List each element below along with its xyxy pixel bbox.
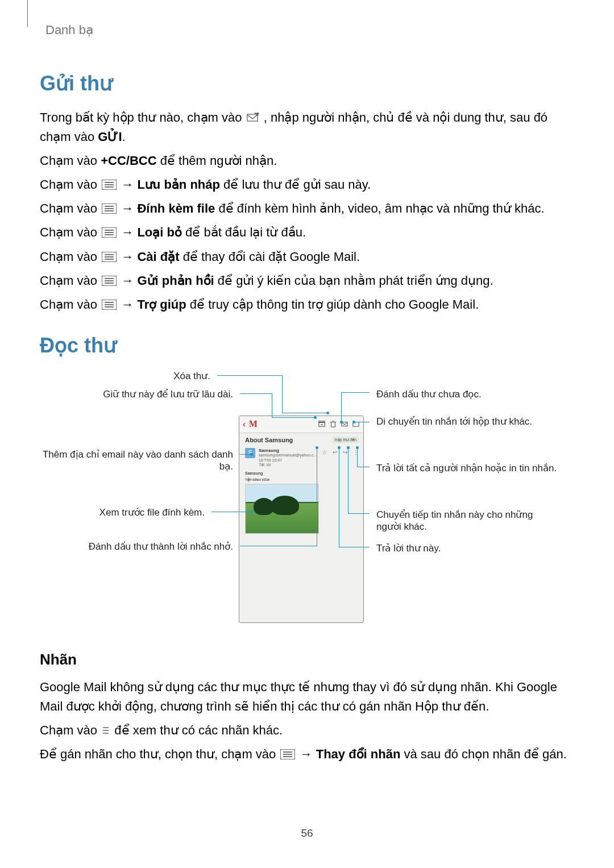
section-send-mail: Gửi thư <box>40 72 574 95</box>
page-number: 56 <box>0 827 614 840</box>
callout-mark-unread: Đánh dấu thư chưa đọc. <box>376 388 482 400</box>
subsection-labels: Nhãn <box>40 651 574 668</box>
overflow-icon[interactable]: ⋮ <box>353 449 359 468</box>
p-feedback: Chạm vào → Gửi phản hồi để gửi ý kiến củ… <box>40 271 574 290</box>
callout-reply-all: Trả lời tất cả người nhận hoặc in tin nh… <box>376 462 570 474</box>
attachment-preview[interactable] <box>245 484 319 534</box>
reply-icon[interactable]: ↩ <box>333 449 337 468</box>
callout-archive: Giữ thư này để lưu trữ lâu dài. <box>40 388 233 400</box>
menu-icon <box>102 276 117 286</box>
p-settings: Chạm vào → Cài đặt để thay đổi cài đặt G… <box>40 247 574 267</box>
menu-icon <box>102 180 117 190</box>
archive-icon[interactable] <box>318 420 326 428</box>
menu-icon <box>102 227 117 238</box>
compose-icon <box>247 109 259 119</box>
delete-icon[interactable] <box>329 420 337 428</box>
callout-reply: Trả lời thư này. <box>376 542 441 554</box>
inbox-label-chip: Hộp thư đến <box>333 437 359 443</box>
menu-icon <box>102 300 117 310</box>
p-labels-view: Chạm vào để xem thư có các nhãn khác. <box>40 721 574 740</box>
star-icon[interactable]: ☆ <box>322 449 327 468</box>
p-compose: Trong bất kỳ hộp thư nào, chạm vào , nhậ… <box>40 108 574 147</box>
p-labels-intro: Google Mail không sử dụng các thư mục th… <box>40 678 574 716</box>
gmail-logo-icon: M <box>249 419 258 429</box>
p-labels-assign: Để gán nhãn cho thư, chọn thư, chạm vào … <box>40 745 574 764</box>
read-mail-diagram: ‹ M About Samsung Hộp thư đến S Samsung … <box>40 370 574 632</box>
forward-icon[interactable]: ↪ <box>343 449 347 468</box>
svg-rect-1 <box>256 113 259 115</box>
menu-icon <box>280 749 295 759</box>
p-draft: Chạm vào → Lưu bản nháp để lưu thư để gử… <box>40 175 574 194</box>
callout-star: Đánh dấu thư thành lời nhắc nhở. <box>40 541 233 553</box>
svg-rect-28 <box>331 422 335 427</box>
back-icon[interactable]: ‹ <box>243 420 246 429</box>
phone-mockup: ‹ M About Samsung Hộp thư đến S Samsung … <box>239 416 364 623</box>
p-discard: Chạm vào → Loại bỏ để bắt đầu lại từ đầu… <box>40 223 574 242</box>
p-ccbcc: Chạm vào +CC/BCC để thêm người nhận. <box>40 151 574 171</box>
sender-info: Samsung samsungusermanual@yahoo.c… 18 Th… <box>259 448 318 468</box>
callout-add-contact: Thêm địa chỉ email này vào danh sách dan… <box>40 448 233 472</box>
subject-text: About Samsung <box>245 437 293 443</box>
body-line: Samsung <box>245 471 358 475</box>
phone-toolbar: ‹ M <box>239 416 363 433</box>
callout-preview: Xem trước file đính kèm. <box>40 506 205 518</box>
breadcrumb: Danh bạ <box>45 23 574 38</box>
section-read-mail: Đọc thư <box>40 334 574 358</box>
attachment-label: TỆP ĐÍNH KÈM <box>245 477 358 481</box>
label-list-icon <box>102 722 110 732</box>
callout-delete: Xóa thư. <box>40 370 210 382</box>
p-help: Chạm vào → Trợ giúp để truy cập thông ti… <box>40 295 574 314</box>
p-attach: Chạm vào → Đính kèm file để đính kèm hìn… <box>40 199 574 218</box>
callout-move: Di chuyển tin nhắn tới hộp thư khác. <box>376 416 558 427</box>
callout-forward: Chuyển tiếp tin nhắn này cho những người… <box>376 509 547 533</box>
menu-icon <box>102 203 117 214</box>
menu-icon <box>102 252 117 262</box>
svg-rect-0 <box>247 114 258 121</box>
